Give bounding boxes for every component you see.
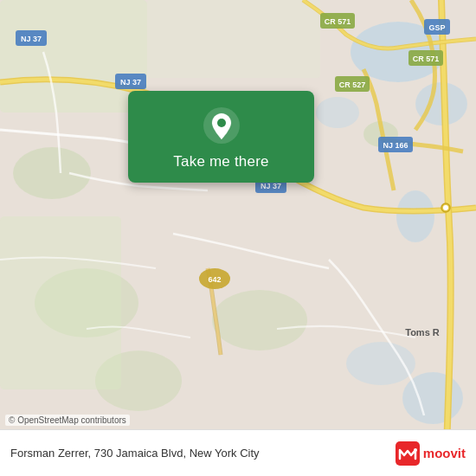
svg-point-5 xyxy=(13,147,91,199)
svg-point-39 xyxy=(414,448,417,452)
svg-rect-14 xyxy=(0,216,121,389)
svg-point-35 xyxy=(443,205,448,210)
svg-text:642: 642 xyxy=(208,275,221,284)
svg-point-37 xyxy=(217,119,226,127)
moovit-label: moovit xyxy=(423,446,466,460)
svg-text:CR 571: CR 571 xyxy=(413,55,440,63)
svg-point-3 xyxy=(316,97,359,128)
svg-point-8 xyxy=(346,342,415,385)
svg-point-4 xyxy=(396,190,434,242)
moovit-logo: moovit xyxy=(396,441,466,466)
bottom-bar: Forsman Zerrer, 730 Jamaica Blvd, New Yo… xyxy=(0,429,476,476)
svg-text:NJ 37: NJ 37 xyxy=(261,182,281,190)
location-pin-icon xyxy=(203,106,241,145)
address-text: Forsman Zerrer, 730 Jamaica Blvd, New Yo… xyxy=(10,447,396,460)
svg-text:NJ 37: NJ 37 xyxy=(21,35,42,43)
map-svg: NJ 37 NJ 37 NJ 37 CR 571 CR 527 CR 571 G… xyxy=(0,0,476,476)
osm-attribution: © OpenStreetMap contributors xyxy=(5,415,130,426)
svg-text:CR 571: CR 571 xyxy=(325,17,351,26)
svg-point-7 xyxy=(212,290,307,351)
svg-text:NJ 166: NJ 166 xyxy=(383,141,408,150)
osm-text: © OpenStreetMap contributors xyxy=(9,415,126,425)
svg-rect-13 xyxy=(147,0,320,78)
map-container: NJ 37 NJ 37 NJ 37 CR 571 CR 527 CR 571 G… xyxy=(0,0,476,476)
svg-rect-12 xyxy=(0,0,147,113)
svg-text:GSP: GSP xyxy=(428,23,445,32)
take-me-there-button[interactable]: Take me there xyxy=(173,153,268,170)
moovit-icon-svg xyxy=(396,441,420,466)
popup-card: Take me there xyxy=(128,91,314,183)
svg-text:NJ 37: NJ 37 xyxy=(120,78,141,87)
svg-text:CR 527: CR 527 xyxy=(339,80,366,89)
svg-text:Toms R: Toms R xyxy=(405,327,440,338)
